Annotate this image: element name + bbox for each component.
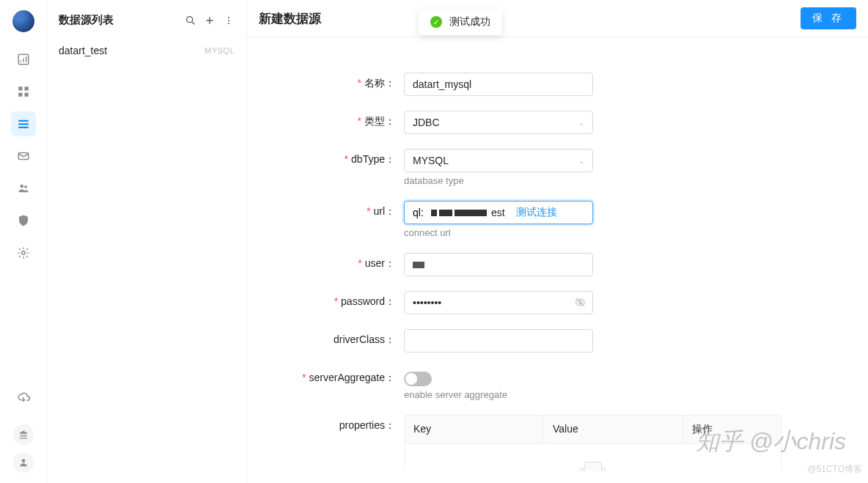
dbtype-help: database type	[404, 175, 593, 186]
cloud-download-icon[interactable]	[11, 385, 36, 410]
svg-point-11	[21, 251, 25, 255]
url-input-wrap: est 测试连接	[404, 201, 593, 224]
empty-box-icon	[577, 462, 609, 471]
dbtype-select[interactable]: MYSQL ⌄	[404, 149, 593, 172]
user-label: user	[365, 257, 385, 269]
svg-rect-2	[24, 86, 28, 90]
toast-text: 测试成功	[449, 15, 490, 29]
main-content: 新建数据源 保 存 ✓ 测试成功 *名称： *类型： JDBC ⌄	[247, 0, 868, 483]
page-title: 新建数据源	[259, 10, 321, 27]
svg-point-12	[21, 459, 25, 462]
password-label: password	[341, 295, 385, 307]
properties-label: properties	[339, 419, 385, 431]
toast-success: ✓ 测试成功	[419, 9, 502, 35]
svg-rect-3	[18, 93, 22, 97]
col-action: 操作	[683, 416, 781, 443]
user-avatar-icon[interactable]	[13, 452, 34, 473]
url-help: connect url	[404, 227, 593, 238]
type-select[interactable]: JDBC ⌄	[404, 111, 593, 134]
icon-sidebar	[0, 0, 47, 483]
chevron-down-icon: ⌄	[578, 157, 584, 165]
list-title: 数据源列表	[59, 13, 185, 27]
chevron-down-icon: ⌄	[578, 119, 584, 127]
success-icon: ✓	[430, 16, 442, 28]
aggregate-label: serverAggregate	[309, 372, 385, 383]
svg-rect-1	[18, 86, 22, 90]
properties-table: Key Value 操作 暂无数据	[404, 415, 782, 471]
svg-point-14	[228, 17, 229, 18]
driver-input[interactable]	[404, 329, 593, 353]
eye-invisible-icon[interactable]	[575, 297, 586, 310]
svg-point-16	[228, 23, 229, 24]
list-item[interactable]: datart_test MYSQL	[47, 37, 246, 64]
datasource-list-panel: 数据源列表 datart_test MYSQL	[47, 0, 247, 483]
name-input[interactable]	[404, 73, 593, 96]
svg-rect-7	[18, 127, 29, 128]
bank-icon[interactable]	[13, 424, 34, 445]
aggregate-switch[interactable]	[404, 372, 432, 386]
app-logo	[12, 10, 34, 32]
nav-shield-icon[interactable]	[11, 208, 36, 233]
nav-chart-icon[interactable]	[11, 47, 36, 72]
svg-point-9	[20, 185, 23, 188]
add-icon[interactable]	[204, 15, 216, 26]
nav-mail-icon[interactable]	[11, 144, 36, 169]
type-label: 类型	[364, 115, 385, 127]
nav-gear-icon[interactable]	[11, 240, 36, 265]
svg-rect-6	[18, 123, 29, 125]
svg-rect-4	[24, 93, 28, 97]
name-label: 名称	[364, 77, 385, 89]
svg-point-13	[187, 16, 193, 22]
nav-datasource-icon[interactable]	[11, 111, 36, 136]
list-item-type: MYSQL	[205, 46, 235, 55]
nav-grid-icon[interactable]	[11, 79, 36, 104]
dbtype-label: dbType	[351, 153, 385, 165]
col-value: Value	[544, 416, 683, 443]
driver-label: driverClass	[334, 333, 385, 345]
test-connection-link[interactable]: 测试连接	[508, 206, 565, 219]
list-item-name: datart_test	[59, 45, 107, 56]
aggregate-help: enable server aggregate	[404, 389, 593, 400]
user-input[interactable]	[404, 253, 593, 276]
password-input[interactable]	[404, 291, 593, 314]
nav-users-icon[interactable]	[11, 176, 36, 201]
url-redacted	[431, 210, 491, 216]
properties-empty: 暂无数据	[405, 444, 781, 471]
url-input[interactable]	[405, 207, 431, 218]
more-icon[interactable]	[223, 15, 235, 26]
svg-point-15	[228, 20, 229, 21]
svg-point-10	[24, 185, 27, 188]
search-icon[interactable]	[185, 15, 196, 26]
svg-rect-5	[18, 120, 29, 122]
save-button[interactable]: 保 存	[801, 7, 856, 29]
url-label: url	[373, 205, 385, 217]
col-key: Key	[405, 416, 544, 443]
